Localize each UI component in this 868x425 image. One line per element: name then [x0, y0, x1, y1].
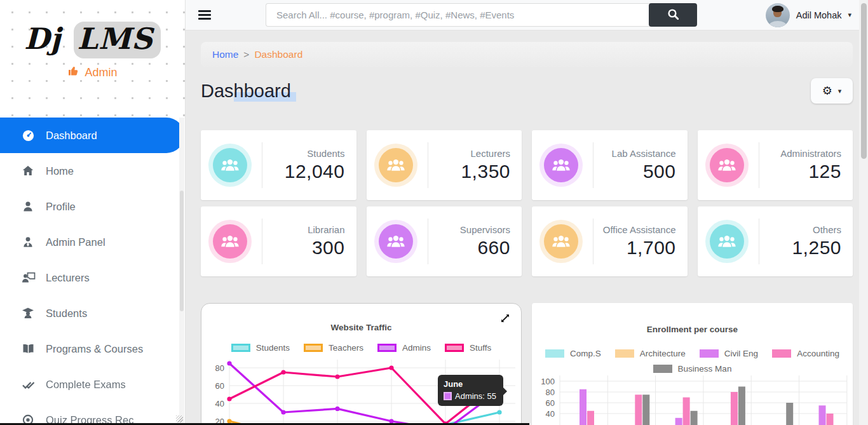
tooltip-series-swatch	[444, 392, 452, 400]
line-chart-legend[interactable]: Students Teachers Admins Stuffs	[201, 343, 521, 353]
sidebar-scrollbar-thumb[interactable]	[180, 191, 184, 311]
sidebar-item-programs-courses[interactable]: Programs & Courses	[0, 331, 185, 367]
admin-role-link[interactable]: Admin	[0, 65, 185, 80]
stat-divider	[593, 219, 593, 264]
sidebar-item-students[interactable]: Students	[0, 295, 185, 331]
svg-text:60: 60	[215, 381, 224, 391]
logo-part-lms: LMS	[74, 22, 161, 58]
enrollment-card: Enrollment per course Comp.S Architectur…	[532, 303, 853, 425]
sidebar-resize-grip[interactable]	[176, 415, 183, 422]
users-group-icon	[710, 224, 744, 259]
bar-chart-canvas[interactable]: 100806040	[532, 367, 853, 425]
sidebar-menu: Dashboard Home Profile Admin Panel Lectu…	[0, 118, 185, 425]
legend-label: Accounting	[797, 349, 839, 358]
chart-title: Website Traffic	[201, 323, 521, 332]
sidebar-item-complete-exams[interactable]: Complete Exams	[0, 367, 185, 402]
legend-item-teachers[interactable]: Teachers	[304, 343, 363, 353]
users-group-icon	[379, 224, 413, 259]
legend-item-students[interactable]: Students	[231, 343, 290, 353]
users-group-icon	[379, 148, 413, 182]
graduate-icon	[22, 306, 36, 320]
sidebar-item-label: Programs & Courses	[46, 343, 143, 355]
app-logo[interactable]: Dj LMS	[0, 22, 185, 56]
legend-swatch	[772, 349, 791, 358]
stat-value: 1,700	[602, 237, 676, 259]
breadcrumb-home-link[interactable]: Home	[212, 49, 238, 60]
gear-icon: ⚙	[822, 85, 832, 97]
stat-card-others[interactable]: Others 1,250	[698, 206, 853, 276]
stat-card-supervisors[interactable]: Supervisors 660	[367, 206, 522, 276]
sidebar-scrollbar[interactable]	[179, 118, 184, 425]
tooltip-title: June	[444, 379, 496, 389]
lecturer-icon	[22, 271, 36, 285]
sidebar-item-label: Admin Panel	[46, 236, 105, 248]
home-icon	[22, 164, 36, 178]
legend-swatch	[545, 349, 564, 358]
stat-divider	[759, 142, 759, 188]
legend-swatch	[304, 344, 323, 352]
settings-button[interactable]: ⚙ ▾	[811, 78, 853, 104]
stat-icon-ring	[705, 144, 749, 187]
tooltip-value: Admins: 55	[455, 391, 496, 401]
legend-item-admins[interactable]: Admins	[377, 343, 431, 353]
sidebar-item-quiz-progress-rec[interactable]: Quiz Progress Rec	[0, 402, 185, 425]
user-menu[interactable]: Adil Mohak ▾	[766, 3, 851, 27]
legend-item-accounting[interactable]: Accounting	[772, 349, 839, 358]
sidebar-item-lecturers[interactable]: Lecturers	[0, 260, 185, 295]
gauge-icon	[22, 128, 36, 142]
users-group-icon	[544, 224, 578, 259]
website-traffic-card: Website Traffic Students Teachers Admins…	[201, 303, 522, 425]
stat-divider	[262, 219, 262, 264]
svg-text:80: 80	[546, 388, 555, 397]
svg-text:40: 40	[546, 409, 555, 419]
legend-swatch	[700, 349, 719, 358]
stat-value: 660	[437, 237, 511, 259]
stat-card-lecturers[interactable]: Lecturers 1,350	[367, 130, 522, 200]
legend-label: Teachers	[329, 343, 363, 353]
stat-icon-ring	[539, 144, 583, 187]
sidebar: Dj LMS Admin Dashboard Home Profile Admi…	[0, 0, 186, 425]
stat-label: Lecturers	[437, 148, 511, 160]
search-input[interactable]	[266, 3, 650, 27]
app-root: Dj LMS Admin Dashboard Home Profile Admi…	[0, 0, 868, 425]
stat-card-lab-assistance[interactable]: Lab Assistance 500	[532, 130, 688, 200]
book-icon	[22, 342, 36, 356]
legend-item-architecture[interactable]: Architecture	[615, 349, 686, 358]
stat-divider	[593, 142, 593, 188]
legend-item-stuffs[interactable]: Stuffs	[445, 343, 491, 353]
stat-label: Supervisors	[437, 224, 511, 236]
stat-card-librarian[interactable]: Librarian 300	[201, 206, 356, 276]
sidebar-item-profile[interactable]: Profile	[0, 189, 185, 224]
stat-card-administrators[interactable]: Administrators 125	[698, 130, 853, 200]
user-icon	[22, 199, 36, 213]
admin-role-label: Admin	[85, 66, 117, 79]
legend-item-comp-s[interactable]: Comp.S	[545, 349, 601, 358]
search-icon	[667, 8, 679, 22]
page-scrollbar-thumb[interactable]	[861, 3, 867, 159]
stat-value: 1,350	[437, 161, 511, 182]
sidebar-item-dashboard[interactable]: Dashboard	[0, 118, 184, 153]
legend-item-civil-eng[interactable]: Civil Eng	[700, 349, 758, 358]
stat-value: 12,040	[271, 161, 345, 182]
search-button[interactable]	[649, 3, 697, 27]
breadcrumb-current: Dashboard	[254, 49, 302, 60]
users-group-icon	[213, 148, 247, 182]
stat-value: 1,250	[768, 237, 842, 259]
page-scrollbar[interactable]	[859, 0, 868, 425]
stat-card-students[interactable]: Students 12,040	[201, 130, 356, 200]
sidebar-item-home[interactable]: Home	[0, 153, 185, 189]
svg-text:100: 100	[541, 377, 555, 386]
stat-icon-ring	[705, 220, 749, 263]
stat-card-office-assistance[interactable]: Office Assistance 1,700	[532, 206, 688, 276]
stat-label: Administrators	[768, 148, 842, 160]
stat-divider	[428, 142, 428, 188]
hamburger-icon[interactable]	[198, 8, 211, 22]
topbar: Adil Mohak ▾	[186, 0, 868, 30]
chevron-down-icon: ▾	[838, 87, 842, 95]
legend-swatch	[231, 344, 250, 352]
chevron-down-icon: ▾	[848, 11, 851, 19]
thumbs-up-icon	[67, 65, 79, 80]
sidebar-header: Dj LMS Admin	[0, 0, 185, 118]
sidebar-item-admin-panel[interactable]: Admin Panel	[0, 224, 185, 260]
bar-chart-legend-row1[interactable]: Comp.S Architecture Civil Eng Accounting	[532, 349, 853, 358]
